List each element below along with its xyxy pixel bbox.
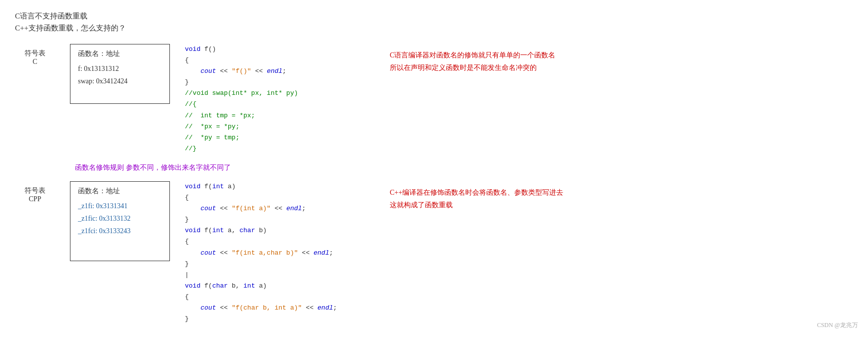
main-content: 符号表 C 函数名：地址 f: 0x13131312 swap: 0x34124… [15,44,853,325]
cpp-entry-1: _z1fi: 0x3131341 [78,200,162,212]
c-annotation: C语言编译器对函数名的修饰就只有单单的一个函数名 所以在声明和定义函数时是不能发… [390,44,555,74]
c-code-pre: void f() { cout << "f()" << endl; } //vo… [185,44,375,154]
cpp-section-row: 符号表 CPP 函数名：地址 _z1fi: 0x3131341 _z1fic: … [15,181,853,325]
page-container: C语言不支持函数重载 C++支持函数重载，怎么支持的？ 符号表 C 函数名：地址… [0,0,868,335]
cpp-table-header: 函数名：地址 [78,187,162,196]
c-entry-f: f: 0x13131312 [78,62,162,75]
cpp-label-lang: CPP [29,195,41,203]
c-symbol-table: 函数名：地址 f: 0x13131312 swap: 0x3412424 [70,44,170,104]
c-label-lang: C [32,58,37,66]
c-annotation-line2: 所以在声明和定义函数时是不能发生命名冲突的 [390,61,555,74]
title-line1: C语言不支持函数重载 [15,10,853,22]
cpp-label-column: 符号表 CPP [15,181,55,203]
c-label-symbol: 符号表 [24,49,45,58]
c-section-row: 符号表 C 函数名：地址 f: 0x13131312 swap: 0x34124… [15,44,853,154]
cpp-entry-2: _z1fic: 0x3133132 [78,212,162,225]
watermark: CSDN @龙兆万 [817,321,858,330]
cpp-annotation-line2: 这就构成了函数重载 [390,199,563,211]
c-entry-swap: swap: 0x3412424 [78,75,162,87]
title-section: C语言不支持函数重载 C++支持函数重载，怎么支持的？ [15,10,853,34]
c-code-block: void f() { cout << "f()" << endl; } //vo… [185,44,375,154]
c-annotation-line1: C语言编译器对函数名的修饰就只有单单的一个函数名 [390,49,555,61]
title-line2: C++支持函数重载，怎么支持的？ [15,22,853,34]
cpp-code-pre: void f(int a) { cout << "f(int a)" << en… [185,181,375,325]
separator-note: 函数名修饰规则 参数不同，修饰出来名字就不同了 [75,163,853,172]
cpp-entry-3: _z1fci: 0x3133243 [78,225,162,237]
cpp-annotation: C++编译器在修饰函数名时会将函数名、参数类型写进去 这就构成了函数重载 [390,181,563,211]
cpp-annotation-line1: C++编译器在修饰函数名时会将函数名、参数类型写进去 [390,186,563,199]
c-table-header: 函数名：地址 [78,49,162,58]
cpp-code-block: void f(int a) { cout << "f(int a)" << en… [185,181,375,325]
cpp-label-symbol: 符号表 [24,186,45,195]
cpp-symbol-table: 函数名：地址 _z1fi: 0x3131341 _z1fic: 0x313313… [70,181,170,261]
c-label-column: 符号表 C [15,44,55,66]
